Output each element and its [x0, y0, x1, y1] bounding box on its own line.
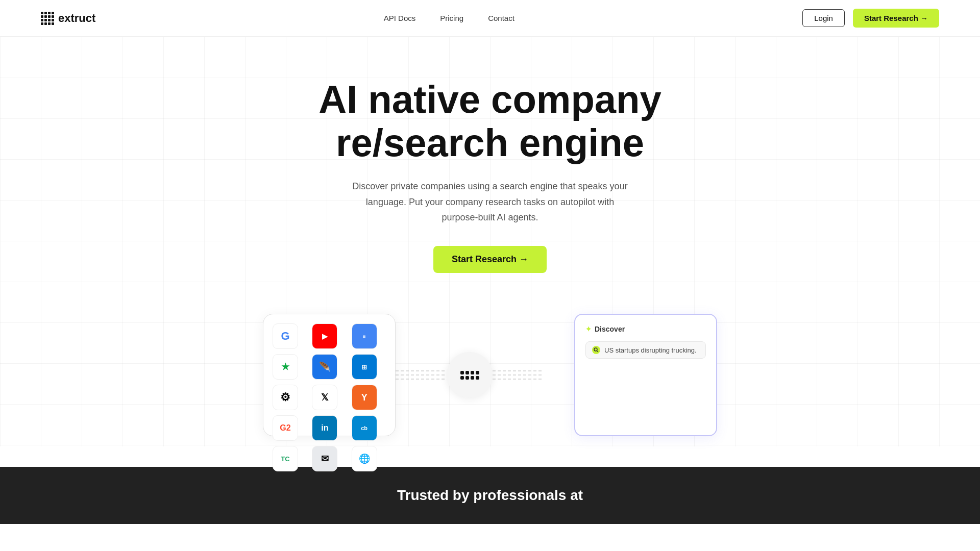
login-button[interactable]: Login [802, 9, 845, 27]
discover-header: ✦ Discover [585, 325, 706, 333]
globe-logo: 🌐 [352, 446, 377, 471]
logo[interactable]: extruct [41, 12, 95, 25]
discover-header-label: Discover [595, 325, 625, 333]
right-connector [493, 365, 544, 385]
x-logo: 𝕏 [312, 385, 337, 410]
google-logo: G [273, 323, 298, 349]
hero-subtext: Discover private companies using a searc… [352, 179, 628, 226]
nav-links: API Docs Pricing Contact [384, 14, 514, 22]
navbar: extruct API Docs Pricing Contact Login S… [0, 0, 980, 37]
nav-link-contact[interactable]: Contact [488, 14, 514, 22]
discover-search-bar: US startups disrupting trucking. [585, 341, 706, 359]
center-node-icon [460, 371, 479, 380]
trusted-section: Trusted by professionals at [0, 467, 980, 524]
svg-line-7 [597, 351, 598, 352]
discover-header-icon: ✦ [585, 325, 592, 333]
nav-link-api-docs[interactable]: API Docs [384, 14, 416, 22]
github-logo: ⚙ [273, 385, 298, 410]
docs-logo: ≡ [352, 323, 377, 349]
integrations-card: G ▶ ≡ ★ 🪶 ⊞ ⚙ 𝕏 Y G2 in cb TC ✉ 🌐 [263, 314, 396, 436]
nav-actions: Login Start Research → [802, 9, 939, 28]
hero-section: AI native company re/search engine Disco… [0, 37, 980, 446]
feather-logo: 🪶 [312, 354, 337, 380]
start-research-hero-button[interactable]: Start Research → [433, 246, 547, 273]
email-logo: ✉ [312, 446, 337, 471]
nav-link-pricing[interactable]: Pricing [440, 14, 463, 22]
hero-illustration: G ▶ ≡ ★ 🪶 ⊞ ⚙ 𝕏 Y G2 in cb TC ✉ 🌐 [20, 304, 960, 446]
center-node [447, 352, 493, 398]
hero-headline: AI native company re/search engine [318, 78, 662, 164]
discover-search-query: US startups disrupting trucking. [604, 346, 697, 354]
hero-headline-line1: AI native company [318, 78, 662, 121]
techcrunch-logo: TC [273, 446, 298, 471]
logo-grid-icon [41, 12, 54, 25]
ycombinator-logo: Y [352, 385, 377, 410]
svg-point-6 [594, 348, 597, 351]
discover-card: ✦ Discover US startups disrupting trucki… [574, 314, 717, 436]
linkedin-logo: in [312, 415, 337, 441]
start-research-nav-button[interactable]: Start Research → [853, 9, 939, 28]
search-icon [592, 346, 600, 354]
youtube-logo: ▶ [312, 323, 337, 349]
sharepoint-logo: ⊞ [352, 354, 377, 380]
g2-logo: G2 [273, 415, 298, 441]
glassdoor-logo: ★ [273, 354, 298, 380]
left-connector [396, 365, 447, 385]
hero-headline-line2: re/search engine [336, 121, 644, 164]
crunchbase-logo: cb [352, 415, 377, 441]
trusted-heading: Trusted by professionals at [20, 487, 960, 504]
brand-name: extruct [58, 12, 95, 25]
